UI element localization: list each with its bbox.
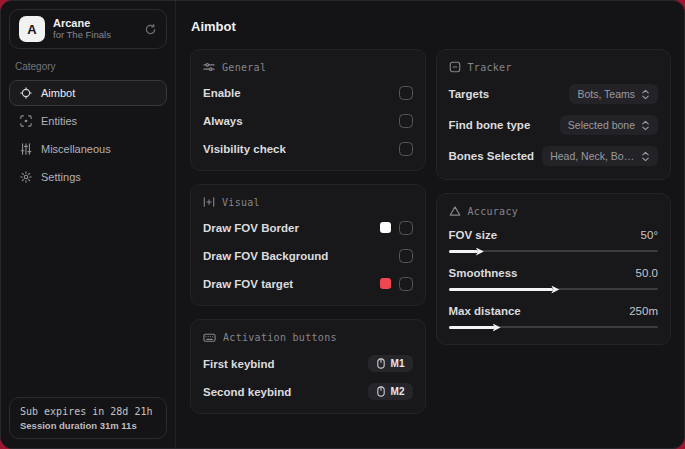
sync-icon[interactable] <box>144 23 157 36</box>
setting-row-second-keybind: Second keybind M2 <box>203 383 413 400</box>
sidebar-item-aimbot[interactable]: Aimbot <box>9 80 167 106</box>
page-title: Aimbot <box>191 19 671 34</box>
setting-row-always: Always <box>203 112 413 129</box>
gear-icon <box>20 171 32 183</box>
sidebar-item-label: Settings <box>41 171 81 183</box>
session-duration-text: Session duration 31m 11s <box>20 420 156 431</box>
chevrons-up-down-icon <box>641 151 650 162</box>
card-title: Accuracy <box>468 206 519 217</box>
setting-row-fov-target: Draw FOV target <box>203 275 413 292</box>
fov-target-color-swatch[interactable] <box>380 278 391 289</box>
card-title: Visual <box>222 197 260 208</box>
brand-card: A Arcane for The Finals <box>9 9 167 49</box>
max-distance-value: 250m <box>629 305 658 317</box>
accuracy-card: Accuracy FOV size 50° <box>436 193 672 345</box>
sub-expiry-text: Sub expires in 28d 21h <box>20 406 156 417</box>
mouse-icon <box>376 386 386 397</box>
smoothness-slider[interactable] <box>449 285 659 293</box>
dropdown-value: Bots, Teams <box>577 88 635 100</box>
setting-row-smoothness: Smoothness 50.0 <box>449 267 659 293</box>
setting-label: Enable <box>203 87 241 99</box>
fov-background-checkbox[interactable] <box>399 249 413 263</box>
sidebar-item-entities[interactable]: Entities <box>9 108 167 134</box>
setting-row-targets: Targets Bots, Teams <box>449 84 659 104</box>
general-card: General Enable Always Visibility check <box>190 49 426 171</box>
scan-eye-icon <box>20 115 32 127</box>
setting-row-bones-selected: Bones Selected Head, Neck, Body, Pe.. <box>449 146 659 166</box>
fov-size-value: 50° <box>641 229 658 241</box>
chevrons-up-down-icon <box>641 89 650 100</box>
keyboard-icon <box>203 331 216 344</box>
sidebar-nav: Aimbot Entities Miscella <box>1 80 175 190</box>
targets-dropdown[interactable]: Bots, Teams <box>569 84 658 104</box>
setting-row-max-distance: Max distance 250m <box>449 305 659 331</box>
card-title: Activation buttons <box>223 332 337 343</box>
enable-checkbox[interactable] <box>399 86 413 100</box>
first-keybind-button[interactable]: M1 <box>368 355 413 372</box>
sliders-horizontal-icon <box>203 61 215 73</box>
chevrons-up-down-icon <box>641 120 650 131</box>
visual-card: Visual Draw FOV Border Draw FOV Backgrou… <box>190 184 426 306</box>
activation-buttons-card: Activation buttons First keybind M1 <box>190 319 426 414</box>
setting-label: Visibility check <box>203 143 286 155</box>
setting-label: Draw FOV Background <box>203 250 328 262</box>
category-label: Category <box>15 61 161 72</box>
fov-size-slider[interactable] <box>449 247 659 255</box>
sidebar-item-label: Miscellaneous <box>41 143 111 155</box>
setting-label: Draw FOV Border <box>203 222 299 234</box>
setting-row-first-keybind: First keybind M1 <box>203 355 413 372</box>
fov-target-checkbox[interactable] <box>399 277 413 291</box>
setting-row-enable: Enable <box>203 84 413 101</box>
slider-thumb[interactable] <box>493 324 501 332</box>
setting-row-fov-size: FOV size 50° <box>449 229 659 255</box>
setting-label: First keybind <box>203 358 275 370</box>
brand-subtitle: for The Finals <box>53 30 136 41</box>
max-distance-slider[interactable] <box>449 323 659 331</box>
setting-row-fov-background: Draw FOV Background <box>203 247 413 264</box>
tracker-card: Tracker Targets Bots, Teams <box>436 49 672 180</box>
keybind-value: M2 <box>391 386 405 397</box>
visibility-check-checkbox[interactable] <box>399 142 413 156</box>
sidebar-item-label: Entities <box>41 115 77 127</box>
app-window: A Arcane for The Finals Category <box>0 0 685 449</box>
sidebar: A Arcane for The Finals Category <box>1 1 176 448</box>
setting-row-visibility-check: Visibility check <box>203 140 413 157</box>
setting-label: Targets <box>449 88 490 100</box>
setting-label: Find bone type <box>449 119 531 131</box>
setting-row-find-bone-type: Find bone type Selected bone <box>449 115 659 135</box>
sidebar-item-miscellaneous[interactable]: Miscellaneous <box>9 136 167 162</box>
sidebar-item-label: Aimbot <box>41 87 75 99</box>
fov-border-color-swatch[interactable] <box>380 222 391 233</box>
card-title: General <box>222 62 266 73</box>
dropdown-value: Head, Neck, Body, Pe.. <box>550 150 635 162</box>
slider-thumb[interactable] <box>476 248 484 256</box>
bones-selected-dropdown[interactable]: Head, Neck, Body, Pe.. <box>542 146 658 166</box>
setting-label: Always <box>203 115 243 127</box>
sliders-vertical-icon <box>20 143 32 155</box>
second-keybind-button[interactable]: M2 <box>368 383 413 400</box>
brand-logo: A <box>19 16 45 42</box>
subscription-info: Sub expires in 28d 21h Session duration … <box>9 397 167 439</box>
setting-row-fov-border: Draw FOV Border <box>203 219 413 236</box>
setting-label: Bones Selected <box>449 150 535 162</box>
minus-square-icon <box>449 61 461 73</box>
always-checkbox[interactable] <box>399 114 413 128</box>
setting-label: Smoothness <box>449 267 518 279</box>
dropdown-value: Selected bone <box>568 119 635 131</box>
find-bone-type-dropdown[interactable]: Selected bone <box>560 115 658 135</box>
fov-border-checkbox[interactable] <box>399 221 413 235</box>
smoothness-value: 50.0 <box>636 267 658 279</box>
mouse-icon <box>376 358 386 369</box>
crosshair-icon <box>20 87 32 99</box>
focus-icon <box>203 196 215 208</box>
triangle-icon <box>449 205 461 217</box>
setting-label: Second keybind <box>203 386 291 398</box>
setting-label: Draw FOV target <box>203 278 293 290</box>
slider-thumb[interactable] <box>551 286 559 294</box>
sidebar-item-settings[interactable]: Settings <box>9 164 167 190</box>
main-panel: Aimbot General <box>177 1 684 448</box>
keybind-value: M1 <box>391 358 405 369</box>
card-title: Tracker <box>468 62 512 73</box>
brand-name: Arcane <box>53 17 136 30</box>
setting-label: Max distance <box>449 305 521 317</box>
